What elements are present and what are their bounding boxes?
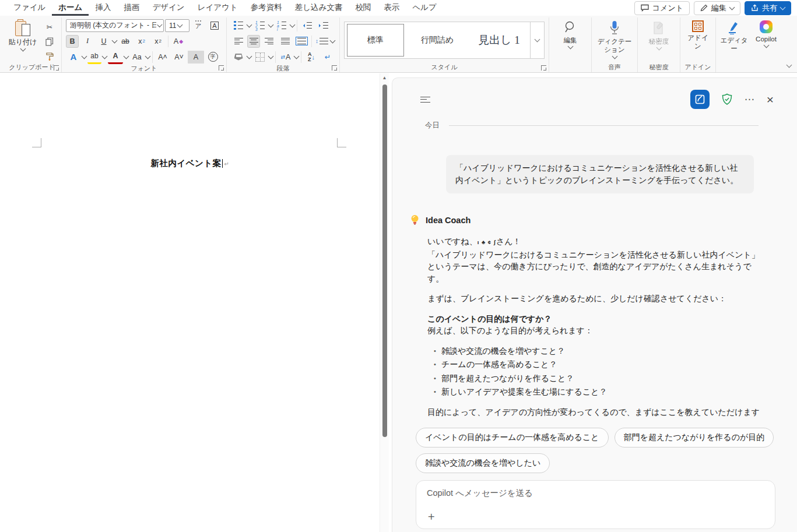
copilot-button[interactable]: Copilot: [751, 18, 781, 62]
copy-button[interactable]: [42, 35, 57, 48]
tab-review[interactable]: 校閲: [349, 0, 377, 16]
character-border-button[interactable]: A: [207, 19, 222, 32]
tab-view[interactable]: 表示: [377, 0, 406, 16]
scrollbar-thumb[interactable]: [382, 84, 387, 437]
clipboard-dialog-launcher-icon[interactable]: [54, 65, 59, 71]
highlight-color-button[interactable]: ab: [87, 50, 101, 64]
chevron-down-icon[interactable]: [145, 53, 151, 59]
tab-home[interactable]: ホーム: [52, 0, 89, 16]
paste-button[interactable]: 貼り付け: [6, 18, 39, 62]
chat-scroll-area[interactable]: 「ハイブリッドワークにおけるコミュニケーションを活性化させる新しい社内イベント」…: [392, 131, 797, 421]
document-scrollbar[interactable]: ▲: [380, 73, 389, 532]
add-content-button[interactable]: ＋: [426, 510, 437, 522]
underline-button[interactable]: U: [96, 35, 111, 48]
sort-button[interactable]: AZ ↓: [304, 51, 319, 64]
tab-references[interactable]: 参考資料: [244, 0, 289, 16]
shading-button[interactable]: [231, 51, 246, 64]
chevron-down-icon[interactable]: [268, 53, 274, 59]
change-case-button[interactable]: Aa: [129, 51, 145, 64]
asian-layout-button[interactable]: ⇄A: [278, 51, 293, 64]
editing-button[interactable]: 編集: [553, 18, 587, 62]
align-left-button[interactable]: [231, 35, 246, 48]
clipboard-group: 貼り付け ✂ クリップボー: [2, 17, 62, 72]
chevron-down-icon[interactable]: [112, 37, 118, 43]
document-title-line[interactable]: 新社内イベント案↵: [0, 158, 380, 169]
increase-indent-button[interactable]: [316, 19, 331, 32]
chevron-down-icon[interactable]: [294, 53, 300, 59]
superscript-button[interactable]: x2: [150, 35, 166, 48]
borders-button[interactable]: [252, 51, 268, 64]
text-effects-button[interactable]: A: [66, 51, 81, 64]
italic-button[interactable]: I: [80, 35, 95, 48]
align-right-button[interactable]: [261, 35, 276, 48]
grow-font-button[interactable]: A˄: [155, 51, 170, 64]
bold-button[interactable]: B: [66, 35, 79, 48]
chevron-down-icon[interactable]: [290, 22, 296, 27]
chevron-down-icon: [157, 22, 162, 27]
tab-help[interactable]: ヘルプ: [406, 0, 443, 16]
numbered-list-button[interactable]: [252, 19, 268, 32]
style-gallery-more-button[interactable]: [530, 22, 544, 58]
document-title-text[interactable]: 新社内イベント案: [150, 158, 221, 168]
voice-group: ディクテーション 音声: [592, 17, 638, 72]
tab-layout[interactable]: レイアウト: [191, 0, 244, 16]
style-heading1[interactable]: 見出し 1: [468, 22, 530, 58]
format-painter-button[interactable]: [42, 50, 57, 62]
suggestion-chip[interactable]: 部門を超えたつながりを作るのが目的: [615, 428, 774, 448]
tab-design[interactable]: デザイン: [146, 0, 191, 16]
share-button[interactable]: 共有: [745, 1, 791, 15]
font-color-button[interactable]: A: [108, 50, 123, 64]
font-name-combo[interactable]: 游明朝 (本文のフォント - 日本語: [66, 19, 164, 32]
style-normal[interactable]: 標準: [345, 22, 406, 58]
shield-check-icon[interactable]: [721, 93, 733, 105]
clear-formatting-button[interactable]: A◆: [171, 35, 186, 48]
suggestion-chip[interactable]: 雑談や交流の機会を増やしたい: [416, 453, 550, 473]
character-shading-button[interactable]: A: [188, 51, 204, 64]
multilevel-list-button[interactable]: [274, 19, 289, 32]
editing-mode-button[interactable]: 編集: [694, 1, 740, 15]
paragraph-dialog-launcher-icon[interactable]: [332, 65, 337, 71]
font-dialog-launcher-icon[interactable]: [219, 65, 224, 71]
assistant-header: Idea Coach: [410, 214, 797, 226]
distribute-button[interactable]: [294, 35, 309, 48]
chevron-down-icon[interactable]: [82, 53, 87, 59]
chevron-down-icon[interactable]: [124, 53, 129, 59]
chevron-down-icon[interactable]: [268, 22, 274, 27]
suggestion-chip[interactable]: イベントの目的はチームの一体感を高めること: [416, 428, 609, 448]
message-composer[interactable]: ＋: [416, 480, 775, 529]
comments-button[interactable]: コメント: [634, 1, 690, 15]
style-no-spacing[interactable]: 行間詰め: [406, 22, 468, 58]
enclose-characters-button[interactable]: 字: [205, 51, 220, 64]
ruby-phonetic-button[interactable]: ア: [191, 19, 206, 32]
chat-history-icon[interactable]: [420, 97, 430, 103]
chevron-down-icon[interactable]: [102, 53, 108, 59]
align-center-button[interactable]: [247, 35, 260, 48]
shrink-font-button[interactable]: A˅: [171, 51, 187, 64]
decrease-indent-button[interactable]: [300, 19, 315, 32]
bullet-list-button[interactable]: [231, 19, 246, 32]
tab-draw[interactable]: 描画: [117, 0, 146, 16]
show-formatting-marks-button[interactable]: ↵: [320, 51, 335, 64]
document-canvas[interactable]: 新社内イベント案↵: [0, 73, 380, 532]
chevron-down-icon[interactable]: [247, 22, 252, 27]
addins-button[interactable]: アドイン: [684, 18, 711, 62]
tab-mailings[interactable]: 差し込み文書: [289, 0, 349, 16]
tab-insert[interactable]: 挿入: [89, 0, 117, 16]
dictation-button[interactable]: ディクテーション: [596, 18, 633, 62]
editor-button[interactable]: エディター: [720, 18, 748, 62]
scroll-up-arrow-icon[interactable]: ▲: [380, 75, 389, 80]
collapse-ribbon-button[interactable]: [787, 59, 791, 69]
justify-button[interactable]: [278, 35, 293, 48]
subscript-button[interactable]: x2: [134, 35, 149, 48]
line-spacing-button[interactable]: ↕: [314, 35, 329, 48]
tab-file[interactable]: ファイル: [7, 0, 52, 16]
chevron-down-icon[interactable]: [247, 53, 252, 59]
new-chat-button[interactable]: [690, 90, 710, 109]
redacted-user-name: ı ♣ ¢ ʃ: [478, 239, 496, 245]
strikethrough-button[interactable]: ab: [118, 35, 133, 48]
message-input[interactable]: [426, 488, 768, 498]
styles-dialog-launcher-icon[interactable]: [541, 65, 546, 71]
font-size-combo[interactable]: 11: [165, 19, 189, 32]
cut-button[interactable]: ✂: [42, 20, 57, 33]
chevron-down-icon[interactable]: [330, 37, 336, 43]
